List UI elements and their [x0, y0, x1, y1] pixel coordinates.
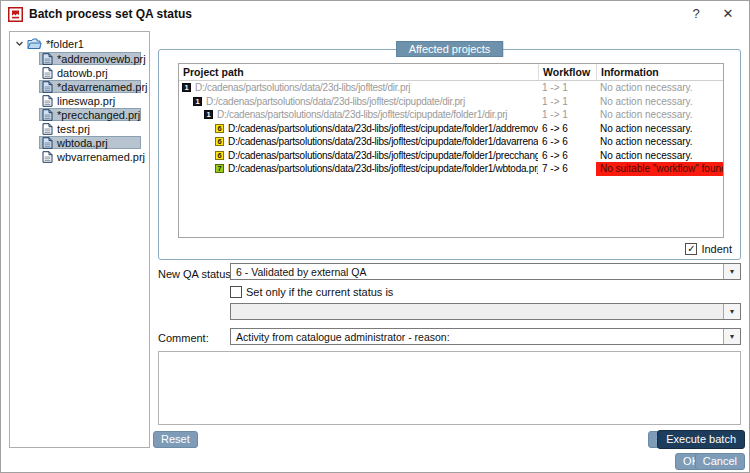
qa-status-label: New QA status: — [158, 268, 234, 280]
table-row[interactable]: 1 D:/cadenas/partsolutions/data/23d-libs… — [179, 108, 723, 122]
tree-item-label: lineswap.prj — [57, 95, 115, 107]
document-icon — [42, 81, 53, 93]
tree-item[interactable]: *davarrenamed.prj — [39, 80, 141, 93]
affected-projects-group: Affected projects Project path Workflow … — [158, 49, 741, 260]
tree-items: *addremovewb.prj datowb.prj *davarrename… — [10, 52, 149, 163]
project-path-text: D:/cadenas/partsolutions/data/23d-libs/j… — [228, 123, 538, 134]
workflow-value: 6 -> 6 — [538, 136, 596, 147]
document-icon — [42, 67, 53, 79]
tree-item-label: datowb.prj — [57, 67, 108, 79]
project-path-text: D:/cadenas/partsolutions/data/23d-libs/j… — [217, 109, 507, 120]
information-value: No action necessary. — [596, 135, 723, 149]
close-icon[interactable]: ✕ — [715, 4, 741, 24]
tree-item[interactable]: test.prj — [39, 122, 141, 135]
workflow-value: 1 -> 1 — [538, 109, 596, 120]
app-icon — [8, 7, 23, 22]
tree-item-label: *davarrenamed.prj — [57, 81, 148, 93]
conditional-status-label: Set only if the current status is — [246, 286, 393, 298]
qa-status-value: 6 - Validated by external QA — [231, 266, 723, 278]
table-row[interactable]: 6 D:/cadenas/partsolutions/data/23d-libs… — [179, 135, 723, 149]
column-information: Information — [596, 64, 723, 80]
workflow-value: 6 -> 6 — [538, 123, 596, 134]
title-bar: Batch process set QA status ? ✕ — [1, 1, 749, 27]
qa-status-combobox[interactable]: 6 - Validated by external QA ▾ — [230, 263, 741, 280]
tree-item[interactable]: *addremovewb.prj — [39, 52, 141, 65]
workflow-value: 1 -> 1 — [538, 96, 596, 107]
conditional-status-value — [231, 304, 723, 319]
status-badge: 6 — [215, 137, 224, 146]
document-icon — [42, 151, 53, 163]
tree-item[interactable]: datowb.prj — [39, 66, 141, 79]
table-header: Project path Workflow Information — [179, 64, 723, 81]
column-workflow: Workflow — [538, 64, 596, 80]
information-value: No action necessary. — [596, 122, 723, 136]
document-icon — [42, 53, 53, 65]
status-badge: 1 — [204, 110, 213, 119]
conditional-status-checkbox[interactable] — [230, 286, 242, 298]
table-row[interactable]: 6 D:/cadenas/partsolutions/data/23d-libs… — [179, 122, 723, 136]
project-path-text: D:/cadenas/partsolutions/data/23d-libs/j… — [228, 150, 538, 161]
project-path-text: D:/cadenas/partsolutions/data/23d-libs/j… — [195, 82, 410, 93]
indent-checkbox-row[interactable]: ✓ Indent — [685, 243, 732, 255]
table-row[interactable]: 1 D:/cadenas/partsolutions/data/23d-libs… — [179, 81, 723, 95]
group-title: Affected projects — [396, 41, 504, 57]
workflow-value: 1 -> 1 — [538, 82, 596, 93]
indent-checkbox[interactable]: ✓ — [685, 243, 697, 255]
dropdown-arrow-icon[interactable]: ▾ — [723, 329, 740, 344]
tree-item-label: test.prj — [57, 123, 90, 135]
document-icon — [42, 137, 53, 149]
tree-item[interactable]: wbtoda.prj — [39, 136, 141, 149]
table-body: 1 D:/cadenas/partsolutions/data/23d-libs… — [179, 81, 723, 176]
table-row[interactable]: 6 D:/cadenas/partsolutions/data/23d-libs… — [179, 149, 723, 163]
column-project-path: Project path — [179, 64, 538, 80]
tree-item[interactable]: lineswap.prj — [39, 94, 141, 107]
project-path-text: D:/cadenas/partsolutions/data/23d-libs/j… — [228, 163, 538, 174]
folder-open-icon — [27, 38, 42, 50]
comment-textarea[interactable] — [158, 351, 741, 425]
table-row[interactable]: 7 D:/cadenas/partsolutions/data/23d-libs… — [179, 162, 723, 176]
status-badge: 1 — [193, 97, 202, 106]
conditional-status-combobox[interactable]: ▾ — [230, 303, 741, 320]
tree-root-label: *folder1 — [46, 38, 84, 50]
information-value: No action necessary. — [596, 108, 723, 122]
information-value: No action necessary. — [596, 95, 723, 109]
information-value: No action necessary. — [596, 81, 723, 95]
conditional-status-row[interactable]: Set only if the current status is — [230, 286, 393, 298]
information-value: No action necessary. — [596, 149, 723, 163]
comment-value: Activity from catalogue administrator - … — [231, 331, 723, 343]
batch-qa-dialog: Batch process set QA status ? ✕ *folder1… — [0, 0, 750, 473]
cancel-button[interactable]: Cancel — [695, 453, 745, 470]
tree-item[interactable]: wbvarrenamed.prj — [39, 150, 141, 163]
tree-root-folder[interactable]: *folder1 — [10, 36, 149, 51]
help-button[interactable]: ? — [683, 4, 709, 24]
dropdown-arrow-icon[interactable]: ▾ — [723, 264, 740, 279]
tree-item[interactable]: *precchanged.prj — [39, 108, 141, 121]
workflow-value: 7 -> 6 — [538, 163, 596, 174]
indent-label: Indent — [701, 243, 732, 255]
document-icon — [42, 109, 53, 121]
tree-item-label: wbvarrenamed.prj — [57, 151, 145, 163]
tree-item-label: *addremovewb.prj — [57, 53, 146, 65]
information-value: No suitable "workflow" found. — [596, 162, 723, 176]
dropdown-arrow-icon[interactable]: ▾ — [723, 304, 740, 319]
comment-label: Comment: — [158, 332, 209, 344]
project-path-text: D:/cadenas/partsolutions/data/23d-libs/j… — [228, 136, 538, 147]
tree-item-label: wbtoda.prj — [57, 137, 108, 149]
project-path-text: D:/cadenas/partsolutions/data/23d-libs/j… — [206, 96, 465, 107]
document-icon — [42, 123, 53, 135]
status-badge: 6 — [215, 151, 224, 160]
status-badge: 1 — [182, 83, 191, 92]
chevron-down-icon[interactable] — [15, 39, 24, 48]
tree-item-label: *precchanged.prj — [57, 109, 140, 121]
reset-button[interactable]: Reset — [153, 431, 198, 448]
document-icon — [42, 95, 53, 107]
project-tree[interactable]: *folder1 *addremovewb.prj datowb.prj — [9, 31, 150, 448]
table-row[interactable]: 1 D:/cadenas/partsolutions/data/23d-libs… — [179, 95, 723, 109]
status-badge: 6 — [215, 124, 224, 133]
window-title: Batch process set QA status — [29, 7, 192, 21]
execute-batch-button[interactable]: Execute batch — [657, 430, 745, 449]
affected-projects-table[interactable]: Project path Workflow Information 1 D:/c… — [178, 63, 724, 238]
workflow-value: 6 -> 6 — [538, 150, 596, 161]
status-badge: 7 — [215, 164, 224, 173]
comment-combobox[interactable]: Activity from catalogue administrator - … — [230, 328, 741, 345]
